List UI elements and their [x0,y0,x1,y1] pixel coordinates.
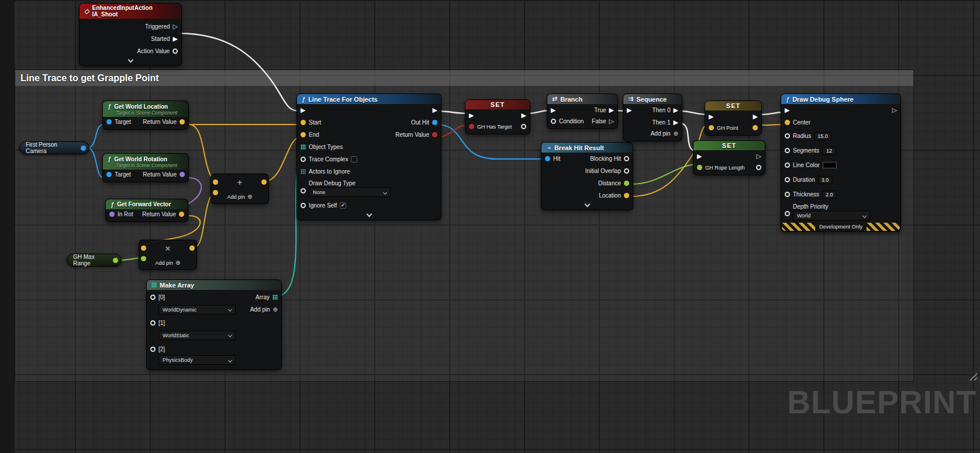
node-sequence[interactable]: ⇉ Sequence ▶ Then 0 ▶ Then 1 ▶ Add pin ⊕ [623,94,682,141]
node-break-hit-result[interactable]: ◄ Break Hit Result Hit Blocking Hit Init… [541,142,633,210]
add-pin-button[interactable]: Add pin ⊕ [211,194,268,200]
exec-out-pin[interactable]: ▶ [753,113,758,120]
duration-pin[interactable] [785,177,790,182]
exec-in-pin[interactable]: ▶ [709,113,713,120]
initial-overlap-pin[interactable] [624,168,629,174]
exec-out-pin[interactable]: ▶ [522,112,526,119]
exec-out-pin[interactable]: ▷ [892,107,897,113]
node-get-forward-vector[interactable]: ƒ Get Forward Vector In Rot Return Value [105,199,188,222]
condition-pin[interactable] [551,119,556,124]
element-1-dropdown[interactable]: WorldStatic [158,331,236,340]
gh-point-output-pin[interactable] [753,125,758,130]
ignore-self-checkbox[interactable] [340,202,346,209]
end-pin[interactable] [301,132,306,137]
object-types-pin[interactable] [301,144,306,150]
exec-out-started-pin[interactable]: ▶ [173,36,178,42]
then1-exec-pin[interactable]: ▶ [674,119,678,126]
start-pin[interactable] [301,120,306,125]
add-pin-button[interactable]: Add pin ⊕ [623,129,682,141]
comment-header[interactable]: Line Trace to get Grapple Point [15,70,913,86]
node-branch[interactable]: ⇄ Branch ▶ True ▶ Condition False ▷ [547,94,618,129]
array-output-pin[interactable] [272,295,278,300]
exec-in-pin[interactable]: ▶ [469,112,474,119]
line-color-swatch[interactable] [823,162,837,168]
exec-in-pin[interactable]: ▶ [627,107,632,113]
element-0-dropdown[interactable]: WorldDynamic [158,305,236,314]
node-multiply[interactable]: × Add pin ⊕ [139,240,197,270]
element-2-dropdown[interactable]: PhysicsBody [158,355,236,365]
radius-pin[interactable] [785,133,790,139]
node-set-gh-has-target[interactable]: SET ▶ ▶ GH Has Target [465,99,530,134]
node-get-world-rotation[interactable]: ƒ Get World Rotation Target is Scene Com… [102,153,189,182]
line-color-pin[interactable] [785,162,790,168]
node-line-trace-for-objects[interactable]: ƒ Line Trace For Objects ▶ ▶ Start Out H… [296,94,441,220]
return-value-pin[interactable] [180,172,185,177]
center-pin[interactable] [785,120,790,125]
add-pin-button[interactable]: Add pin ⊕ [139,260,196,266]
exec-in-pin[interactable]: ▶ [301,107,305,113]
segments-pin[interactable] [785,148,790,153]
segments-value-field[interactable]: 12 [822,147,836,155]
target-pin[interactable] [106,172,112,177]
draw-debug-type-dropdown[interactable]: None [309,188,391,197]
ignore-self-pin[interactable] [301,203,306,208]
node-make-array[interactable]: Make Array [0] Array WorldDynamic Add pi… [146,279,282,370]
node-draw-debug-sphere[interactable]: ƒ Draw Debug Sphere ▶ ▷ Center Radius 15… [781,94,901,232]
resize-grip-icon[interactable] [968,371,977,381]
return-value-pin[interactable] [432,132,437,137]
trace-complex-checkbox[interactable] [351,156,357,162]
trace-complex-pin[interactable] [301,157,306,162]
element-0-pin[interactable] [150,295,156,300]
element-2-pin[interactable] [150,347,156,352]
draw-debug-type-pin[interactable] [301,188,306,193]
radius-value-field[interactable]: 15.0 [814,132,831,140]
rope-length-input-pin[interactable] [697,165,702,170]
then0-exec-pin[interactable]: ▶ [674,107,678,113]
camera-output-pin[interactable] [81,146,86,151]
rope-length-output-pin[interactable] [756,165,761,170]
node-gh-max-range[interactable]: GH Max Range [67,254,122,267]
exec-in-pin[interactable]: ▶ [551,107,555,113]
exec-in-pin[interactable]: ▶ [697,153,702,160]
hit-input-pin[interactable] [545,156,550,161]
pin-label-object-types: Object Types [309,144,343,150]
thickness-pin[interactable] [785,192,790,197]
blueprint-graph-canvas[interactable]: Line Trace to get Grapple Point BLUEPRIN… [0,0,980,453]
out-hit-pin[interactable] [432,120,437,125]
node-get-world-location[interactable]: ƒ Get World Location Target is Scene Com… [102,101,189,130]
node-set-gh-rope-length[interactable]: SET ▶ ▷ GH Rope Length [693,140,765,175]
in-rot-pin[interactable] [109,212,115,217]
node-set-gh-point[interactable]: SET ▶ ▶ GH Point [705,101,762,136]
element-1-pin[interactable] [150,320,156,326]
pin-label-ignore-self: Ignore Self [309,202,337,209]
depth-priority-pin[interactable] [785,211,790,216]
exec-out-triggered-pin[interactable]: ▷ [173,23,178,30]
location-pin[interactable] [624,193,629,198]
max-range-output-pin[interactable] [113,258,118,263]
blocking-hit-pin[interactable] [624,156,629,161]
gh-point-input-pin[interactable] [709,125,714,130]
true-exec-pin[interactable]: ▶ [609,107,614,113]
collapse-chevron-icon[interactable] [366,212,372,217]
gh-has-target-input-pin[interactable] [469,124,474,129]
collapse-chevron-icon[interactable] [127,57,133,63]
depth-priority-dropdown[interactable]: World [793,211,870,220]
node-enhanced-input-action[interactable]: ◇ EnhancedInputAction IA_Shoot Triggered… [79,3,182,66]
exec-in-pin[interactable]: ▶ [785,107,789,113]
node-vector-add[interactable]: + Add pin ⊕ [211,174,269,204]
action-value-pin[interactable] [172,49,178,54]
target-pin[interactable] [106,119,112,125]
thickness-value-field[interactable]: 2.0 [822,191,837,199]
actors-to-ignore-pin[interactable] [301,169,306,174]
exec-out-pin[interactable]: ▶ [433,107,437,113]
return-value-pin[interactable] [179,212,184,217]
duration-value-field[interactable]: 3.0 [818,176,833,184]
add-pin-button[interactable]: Add pin ⊕ [250,306,278,313]
gh-has-target-output-pin[interactable] [521,124,526,129]
distance-pin[interactable] [624,181,629,186]
false-exec-pin[interactable]: ▷ [609,118,614,125]
exec-out-pin[interactable]: ▷ [757,153,761,160]
node-first-person-camera[interactable]: First Person Camera [19,141,89,154]
collapse-chevron-icon[interactable] [584,202,590,208]
return-value-pin[interactable] [180,119,185,125]
